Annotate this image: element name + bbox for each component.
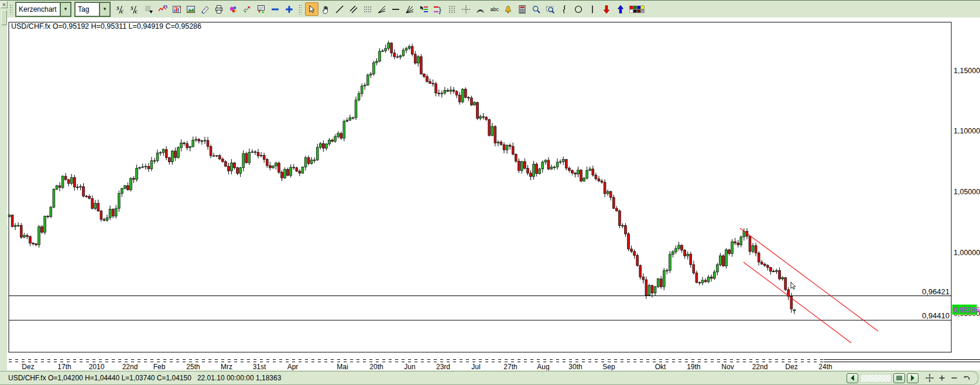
ellipse-button[interactable] <box>572 2 585 16</box>
candlestick-chart[interactable]: 1,150001,100001,050001,000000,95000Dez17… <box>7 18 980 370</box>
zoom-in-button[interactable] <box>530 2 543 16</box>
pan-button[interactable] <box>924 373 935 383</box>
watchlist-icon <box>256 5 266 14</box>
chart-window-button[interactable] <box>170 2 184 16</box>
x-tick-label: 23rd <box>436 363 450 370</box>
pan-hand-icon <box>321 5 330 14</box>
wave-tool-icon <box>560 5 569 14</box>
toolbar-grip[interactable] <box>9 4 13 15</box>
last-price-box: 0,95286 <box>952 305 980 315</box>
scroll-right-button[interactable] <box>907 373 919 383</box>
scroll-thumb-button[interactable] <box>893 373 905 383</box>
text-label-button[interactable]: abc <box>488 2 501 16</box>
svg-text:€: € <box>135 9 138 14</box>
chart-snapshot-button[interactable] <box>184 2 198 16</box>
design-colors-button[interactable] <box>227 2 240 16</box>
arrow-down-marker-button[interactable] <box>600 2 614 16</box>
zoom-out-small-button[interactable] <box>949 373 960 383</box>
svg-text:€: € <box>121 9 124 14</box>
trend-channel[interactable] <box>740 228 878 343</box>
currency-rates-icon: $€ <box>130 5 139 14</box>
toolbar-grip[interactable] <box>298 4 302 15</box>
status-bar: USD/CHF.fx O=1,04200 H=1,04440 L=1,03740… <box>0 370 980 385</box>
level-lines[interactable]: 0,964210,94410 <box>9 287 951 321</box>
parallel-lines-icon <box>349 5 358 14</box>
close-toolbar-button[interactable]: × <box>1 1 8 8</box>
fan-lines-button[interactable] <box>375 2 389 16</box>
alert-bell-button[interactable] <box>502 2 515 16</box>
chart-type-value: Kerzenchart <box>16 5 60 13</box>
fibonacci-arcs-icon <box>475 5 485 14</box>
wave-tool-button[interactable] <box>558 2 571 16</box>
zoom-in-small-button[interactable] <box>937 373 947 383</box>
chart-panel[interactable]: 1,150001,100001,050001,000000,95000Dez17… <box>7 18 980 370</box>
gann-fan-button[interactable] <box>403 2 417 16</box>
svg-text:1,10000: 1,10000 <box>954 127 980 135</box>
fan-lines-icon <box>377 5 386 14</box>
grid-filter-icon <box>144 5 153 14</box>
fibonacci-extension-icon: } <box>433 5 443 14</box>
level-label: 0,96421 <box>922 287 950 296</box>
x-tick-label: Mrz <box>221 363 232 370</box>
zoom-out-minus-button[interactable] <box>269 2 282 16</box>
trend-channel-line[interactable] <box>743 262 851 343</box>
x-axis: Dez17th201022ndFeb25thMrz31stAprMai20thJ… <box>9 360 980 371</box>
mouse-cursor <box>791 282 796 289</box>
grid-filter-button[interactable] <box>142 2 156 16</box>
zoom-area-button[interactable] <box>544 2 557 16</box>
scroll-thumb-icon <box>895 373 904 383</box>
fibonacci-levels-icon <box>419 5 429 14</box>
horizontal-grid-button[interactable] <box>361 2 375 16</box>
left-strip: × <box>0 1 7 385</box>
parallel-lines-button[interactable] <box>347 2 361 16</box>
trading-app-window: × Kerzenchart ▼ Tag ▼ $€$€ }abc 1,150001… <box>0 0 980 385</box>
crosshair-button[interactable] <box>460 2 473 16</box>
notebook-button[interactable] <box>198 2 212 16</box>
color-palette-button[interactable] <box>628 2 646 16</box>
x-tick-label: Feb <box>153 363 166 370</box>
fibonacci-levels-button[interactable] <box>417 2 431 16</box>
status-inner-panel: USD/CHF.fx O=1,04200 H=1,04440 L=1,03740… <box>0 371 978 385</box>
indicator-wave-button[interactable] <box>156 2 170 16</box>
svg-text:$: $ <box>131 5 133 11</box>
trend-channel-line[interactable] <box>740 228 878 331</box>
scroll-left-button[interactable] <box>847 373 858 383</box>
svg-text:}: } <box>439 5 441 13</box>
period-dropdown[interactable]: Tag ▼ <box>74 2 111 17</box>
chevron-down-icon[interactable]: ▼ <box>60 3 70 16</box>
toolbar-drag-handle[interactable] <box>1 10 7 25</box>
trend-line-button[interactable] <box>333 2 347 16</box>
svg-text:0,95286: 0,95286 <box>954 306 980 314</box>
pointer-button[interactable] <box>305 2 318 16</box>
arrow-up-marker-button[interactable] <box>614 2 628 16</box>
text-label-icon: abc <box>489 5 499 14</box>
vertical-grid-button[interactable] <box>446 2 459 16</box>
signals-chart-icon <box>242 5 252 14</box>
vertical-line-button[interactable] <box>586 2 599 16</box>
undo-button[interactable] <box>961 373 972 383</box>
zoom-in-plus-button[interactable] <box>283 2 296 16</box>
horizontal-line-button[interactable] <box>389 2 403 16</box>
signals-chart-button[interactable] <box>241 2 254 16</box>
calculator-button[interactable] <box>516 2 529 16</box>
crosshair-icon <box>461 5 471 14</box>
watchlist-button[interactable] <box>255 2 268 16</box>
status-readout: USD/CHF.fx O=1,04200 H=1,04440 L=1,03740… <box>8 374 281 382</box>
chart-type-dropdown[interactable]: Kerzenchart ▼ <box>15 2 71 17</box>
arrow-down-marker-icon <box>602 5 611 14</box>
currency-rates-button[interactable]: $€ <box>128 2 142 16</box>
print-button[interactable] <box>213 2 226 16</box>
currency-converter-button[interactable]: $€ <box>114 2 128 16</box>
fibonacci-arcs-button[interactable] <box>474 2 487 16</box>
scroll-left-icon <box>848 373 857 383</box>
alert-bell-icon <box>503 5 513 14</box>
chart-window-icon <box>172 5 181 14</box>
currency-converter-icon: $€ <box>116 5 125 14</box>
fibonacci-extension-button[interactable]: } <box>431 2 445 16</box>
chevron-down-icon[interactable]: ▼ <box>99 3 109 16</box>
scroll-track[interactable] <box>860 374 892 383</box>
x-tick-label: Mai <box>337 363 348 370</box>
x-tick-label: 2010 <box>89 363 105 370</box>
pointer-icon <box>307 5 316 14</box>
pan-hand-button[interactable] <box>319 2 333 16</box>
